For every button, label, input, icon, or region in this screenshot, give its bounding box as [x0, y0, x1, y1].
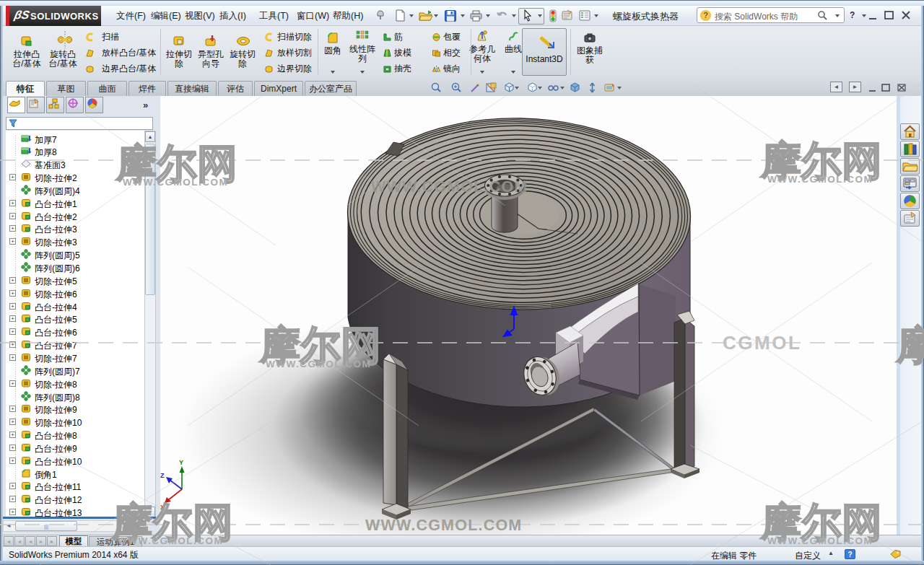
- svg-text:X: X: [160, 504, 165, 511]
- svg-text:Y: Y: [179, 459, 183, 466]
- svg-text:Z: Z: [160, 472, 165, 479]
